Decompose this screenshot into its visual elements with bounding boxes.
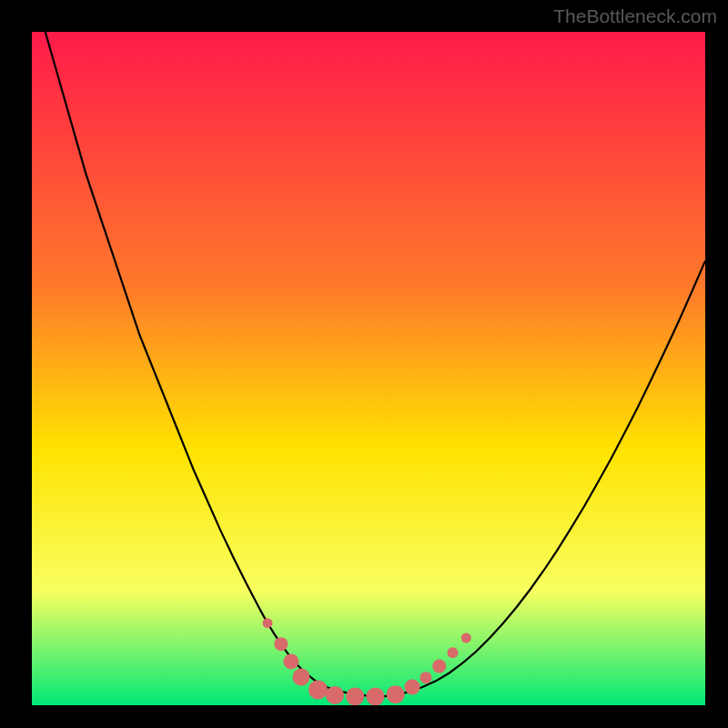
watermark-text: TheBottleneck.com [553, 5, 717, 27]
curve-marker [448, 647, 459, 658]
curve-marker [346, 687, 364, 705]
curve-marker [283, 653, 298, 669]
curve-marker [420, 672, 431, 683]
curve-marker [366, 687, 384, 705]
plot-area [32, 32, 705, 705]
curve-marker [326, 686, 344, 704]
plot-svg [32, 32, 705, 705]
curve-marker [308, 680, 328, 699]
curve-marker [387, 685, 405, 703]
curve-marker [405, 680, 420, 695]
curve-marker [461, 633, 471, 643]
curve-marker [293, 668, 310, 685]
curve-marker [274, 637, 288, 651]
curve-marker [432, 660, 446, 673]
curve-marker [263, 618, 273, 628]
gradient-background [32, 32, 705, 705]
